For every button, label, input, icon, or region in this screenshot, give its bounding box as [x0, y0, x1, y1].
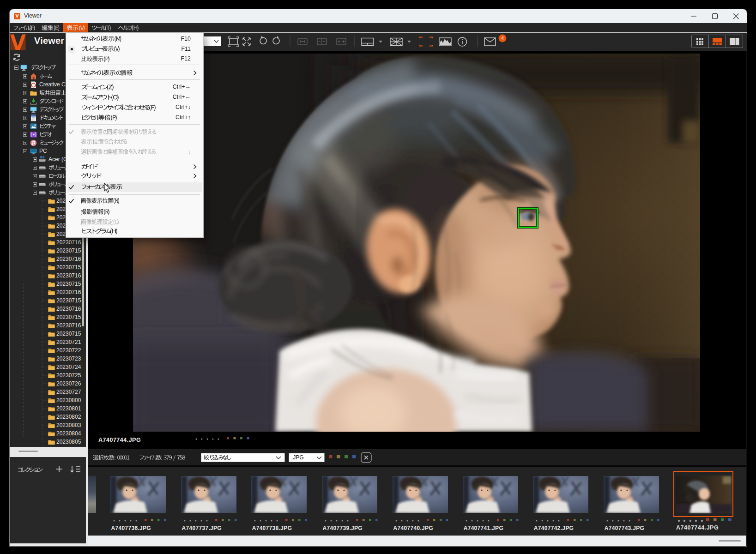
svg-text:4: 4 — [501, 36, 504, 41]
